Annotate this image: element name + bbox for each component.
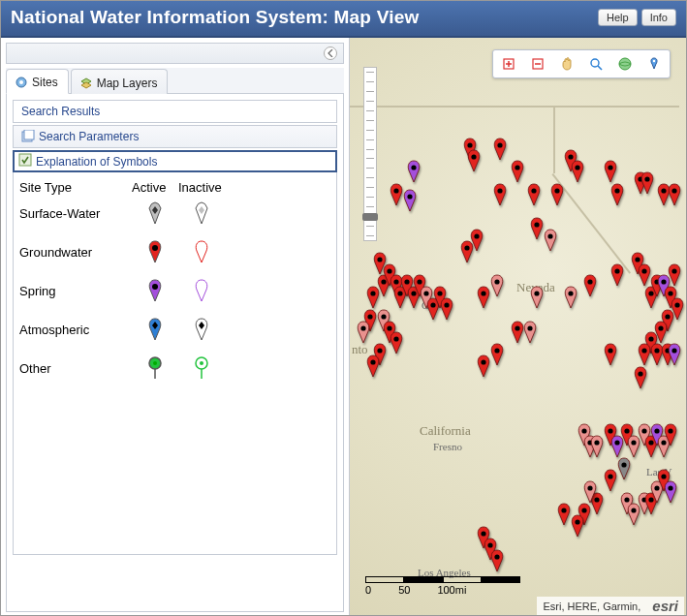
- legend-row: Atmospheric: [19, 317, 330, 342]
- map-site-marker[interactable]: [388, 183, 405, 209]
- identify-tool[interactable]: [641, 53, 667, 75]
- svg-point-90: [595, 440, 600, 445]
- legend-inactive-symbol: [178, 355, 225, 381]
- search-parameters-icon: [21, 130, 35, 143]
- map-site-marker[interactable]: [542, 229, 559, 255]
- map-site-marker[interactable]: [562, 286, 579, 312]
- map-site-marker[interactable]: [569, 160, 586, 186]
- zoom-slider-ticks: [366, 72, 374, 236]
- svg-point-55: [360, 325, 365, 330]
- map-site-marker[interactable]: [666, 343, 683, 369]
- tab-sites[interactable]: Sites: [6, 69, 69, 94]
- legend-row: Groundwater: [19, 239, 330, 264]
- map-site-marker[interactable]: [525, 183, 543, 209]
- explanation-of-symbols-header[interactable]: Explanation of Symbols: [13, 150, 337, 172]
- search-parameters-section[interactable]: Search Parameters: [13, 125, 337, 148]
- svg-point-87: [481, 359, 485, 364]
- map-site-marker[interactable]: [355, 321, 372, 347]
- map-site-marker[interactable]: [475, 354, 492, 381]
- svg-point-95: [641, 428, 646, 433]
- svg-point-58: [377, 349, 382, 354]
- symbol-legend: Site Type Active Inactive Surface-WaterG…: [13, 172, 337, 555]
- map-site-marker[interactable]: [438, 297, 455, 323]
- svg-point-54: [367, 314, 372, 319]
- map-site-marker[interactable]: [609, 263, 626, 290]
- map-site-marker[interactable]: [528, 286, 546, 312]
- map-site-marker[interactable]: [475, 286, 492, 312]
- svg-point-91: [608, 428, 612, 433]
- svg-point-115: [487, 542, 492, 547]
- left-side-panel: Sites Map Layers Search Results: [1, 38, 350, 616]
- zoom-point-tool[interactable]: [583, 53, 609, 75]
- map-site-marker[interactable]: [609, 183, 626, 209]
- svg-point-26: [568, 154, 573, 159]
- map-site-marker[interactable]: [509, 160, 526, 186]
- svg-point-32: [671, 188, 676, 193]
- tab-strip: Sites Map Layers: [6, 68, 344, 94]
- map-site-marker[interactable]: [662, 423, 679, 449]
- panel-collapse-bar[interactable]: [6, 43, 344, 64]
- map-site-marker[interactable]: [666, 263, 683, 290]
- search-results-section[interactable]: Search Results: [13, 100, 337, 123]
- map-site-marker[interactable]: [488, 549, 506, 575]
- svg-point-17: [200, 361, 203, 365]
- map-site-marker[interactable]: [632, 366, 649, 392]
- map-site-marker[interactable]: [364, 354, 382, 381]
- map-marker-layer: [350, 38, 686, 616]
- svg-point-36: [614, 188, 619, 193]
- map-site-marker[interactable]: [465, 149, 483, 175]
- tab-map-layers[interactable]: Map Layers: [71, 69, 169, 94]
- symbols-header-icon: [18, 153, 32, 169]
- map-site-marker[interactable]: [602, 343, 619, 369]
- map-site-marker[interactable]: [405, 160, 422, 186]
- svg-point-40: [474, 234, 479, 239]
- full-extent-tool[interactable]: [612, 53, 638, 75]
- map-site-marker[interactable]: [388, 331, 405, 357]
- header-buttons: Help Info: [598, 9, 676, 26]
- map-site-marker[interactable]: [662, 480, 679, 507]
- page-title: National Water Information System: Map V…: [11, 7, 419, 28]
- layers-tab-icon: [79, 77, 93, 90]
- map-site-marker[interactable]: [468, 229, 485, 255]
- legend-row-label: Groundwater: [19, 245, 132, 260]
- svg-point-116: [494, 554, 499, 559]
- pan-tool[interactable]: [554, 53, 579, 75]
- scale-50: 50: [398, 584, 410, 596]
- map-site-marker[interactable]: [666, 183, 683, 209]
- help-button[interactable]: Help: [598, 9, 638, 26]
- svg-point-14: [153, 361, 157, 365]
- map-site-marker[interactable]: [555, 503, 573, 529]
- svg-point-105: [575, 520, 579, 525]
- svg-point-35: [554, 188, 559, 193]
- legend-row: Surface-Water: [19, 200, 330, 226]
- legend-active-symbol: [132, 278, 178, 303]
- info-button[interactable]: Info: [641, 9, 676, 26]
- map-site-marker[interactable]: [521, 321, 539, 347]
- map-site-marker[interactable]: [548, 183, 566, 209]
- svg-point-34: [531, 188, 536, 193]
- main-region: Sites Map Layers Search Results: [1, 38, 686, 616]
- zoom-slider-thumb[interactable]: [362, 213, 378, 221]
- map-site-marker[interactable]: [639, 171, 656, 198]
- map-site-marker[interactable]: [581, 274, 599, 300]
- svg-point-7: [152, 245, 158, 251]
- map-view[interactable]: Nevada nto City California Fresno Las V …: [350, 38, 686, 616]
- svg-point-107: [625, 497, 630, 502]
- svg-point-81: [671, 349, 676, 354]
- svg-point-73: [671, 268, 676, 273]
- svg-point-51: [438, 292, 443, 296]
- zoom-slider[interactable]: [363, 67, 377, 241]
- svg-point-84: [515, 325, 519, 330]
- search-results-label: Search Results: [21, 105, 100, 118]
- legend-header-active: Active: [132, 180, 178, 195]
- zoom-in-tool[interactable]: [496, 53, 521, 75]
- explanation-of-symbols-label: Explanation of Symbols: [36, 155, 157, 169]
- svg-point-64: [568, 292, 573, 296]
- svg-point-104: [581, 508, 586, 513]
- zoom-out-tool[interactable]: [525, 53, 550, 75]
- map-site-marker[interactable]: [491, 183, 509, 209]
- search-parameters-label: Search Parameters: [39, 130, 139, 143]
- svg-point-21: [394, 188, 399, 193]
- map-site-marker[interactable]: [491, 138, 509, 164]
- svg-point-22: [468, 142, 473, 147]
